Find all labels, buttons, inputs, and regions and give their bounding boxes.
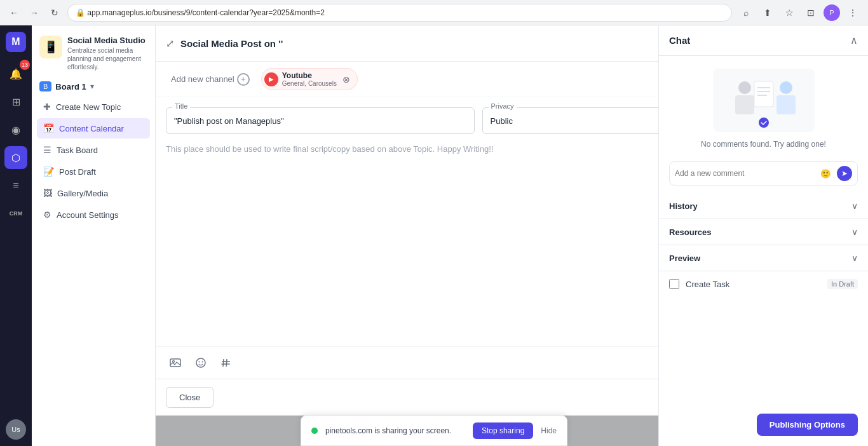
svg-rect-14 (754, 81, 773, 107)
search-browser-button[interactable]: ⌕ (737, 4, 755, 22)
app-logo[interactable]: M (6, 32, 26, 52)
preview-section: Preview ∨ (659, 245, 868, 271)
publishing-options-button[interactable]: Publishing Options (757, 414, 858, 436)
comment-input-row: 🙂 ➤ (669, 161, 858, 186)
create-task-label: Create Task (686, 280, 821, 289)
create-task-checkbox[interactable] (669, 279, 679, 289)
nav-item-content[interactable]: ⬡ (4, 146, 27, 169)
create-task-row: Create Task In Draft (659, 271, 868, 297)
sidebar-item-label: Task Board (57, 145, 98, 155)
youtube-icon: ▶ (264, 72, 278, 86)
board-selector[interactable]: B Board 1 ▾ (32, 79, 155, 97)
resources-header[interactable]: Resources ∨ (659, 219, 868, 245)
right-panel-header: Chat ∧ (659, 25, 868, 56)
star-button[interactable]: ☆ (780, 4, 798, 22)
channel-name: Youtube (282, 71, 337, 80)
no-comments-area: No comments found. Try adding one! (659, 56, 868, 161)
title-label: Title (172, 102, 190, 110)
comment-send-button[interactable]: ➤ (837, 166, 852, 181)
sidebar-item-account-settings[interactable]: ⚙ Account Settings (37, 205, 150, 225)
back-button[interactable]: ← (6, 5, 22, 20)
hashtag-icon (220, 357, 232, 368)
nav-item-tasks[interactable]: ≡ (4, 174, 27, 197)
browser-icons: ⌕ ⬆ ☆ ⊡ P ⋮ (737, 4, 862, 22)
preview-title: Preview (669, 253, 700, 263)
history-chevron-icon: ∨ (851, 201, 858, 211)
nav-item-dashboard[interactable]: ⊞ (4, 90, 27, 113)
share-text: pinetools.com is sharing your screen. (325, 426, 465, 435)
sidebar-item-label: Content Calendar (59, 124, 124, 133)
nav-user-avatar[interactable]: Us (6, 419, 26, 440)
resources-title: Resources (669, 227, 711, 237)
channel-remove-button[interactable]: ⊗ (341, 74, 352, 85)
icon-nav: M 🔔 13 ⊞ ◉ ⬡ ≡ CRM Us (0, 25, 32, 446)
menu-button[interactable]: ⋮ (844, 4, 862, 22)
nav-item-analytics[interactable]: ◉ (4, 118, 27, 141)
in-draft-badge: In Draft (827, 279, 858, 289)
browser-chrome: ← → ↻ 🔒 app.manageplus.io/business/9/con… (0, 0, 868, 25)
comment-input[interactable] (675, 169, 814, 178)
title-group: Title (166, 107, 475, 134)
board-badge: B (39, 81, 51, 91)
chat-title: Chat (669, 35, 690, 46)
board-name: Board 1 (55, 82, 86, 91)
title-input[interactable] (166, 107, 475, 134)
share-active-dot (311, 428, 318, 434)
nav-bottom: Us (6, 419, 26, 440)
svg-point-18 (759, 118, 769, 128)
svg-rect-13 (776, 95, 796, 114)
nav-item-crm[interactable]: CRM (4, 202, 27, 225)
hashtag-button[interactable] (217, 353, 236, 372)
notification-bell[interactable]: 🔔 13 (4, 62, 27, 85)
history-title: History (669, 201, 698, 211)
history-header[interactable]: History ∨ (659, 193, 868, 219)
resources-section: Resources ∨ (659, 219, 868, 245)
browser-profile-avatar[interactable]: P (824, 4, 840, 21)
right-panel: Chat ∧ (658, 25, 868, 446)
collapse-icon[interactable]: ∧ (850, 34, 858, 46)
share-browser-button[interactable]: ⬆ (759, 4, 776, 22)
svg-point-2 (196, 358, 205, 367)
preview-header[interactable]: Preview ∨ (659, 245, 868, 271)
content-calendar-icon: 📅 (43, 123, 54, 133)
sidebar-item-create-topic[interactable]: ✚ Create New Topic (37, 97, 150, 117)
sidebar-item-content-calendar[interactable]: 📅 Content Calendar (37, 118, 150, 139)
address-bar[interactable]: 🔒 app.manageplus.io/business/9/content-c… (67, 4, 732, 22)
post-draft-icon: 📝 (43, 166, 54, 177)
screen-share-banner: pinetools.com is sharing your screen. St… (301, 416, 567, 446)
sidebar-item-post-draft[interactable]: 📝 Post Draft (37, 161, 150, 182)
channel-type: General, Carousels (282, 80, 337, 87)
forward-button[interactable]: → (27, 5, 42, 20)
app-container: M 🔔 13 ⊞ ◉ ⬡ ≡ CRM Us 📱 Social Media Stu… (0, 25, 868, 446)
add-channel-icon: + (237, 73, 250, 86)
board-chevron-icon: ▾ (90, 82, 94, 91)
emoji-button[interactable] (191, 353, 210, 372)
sidebar-item-label: Post Draft (59, 167, 96, 177)
svg-line-5 (223, 359, 224, 367)
add-channel-button[interactable]: Add new channel + (166, 71, 255, 88)
image-upload-button[interactable] (166, 353, 185, 372)
refresh-button[interactable]: ↻ (47, 5, 62, 20)
comment-emoji-button[interactable]: 🙂 (818, 166, 833, 181)
preview-chevron-icon: ∨ (851, 253, 858, 263)
svg-point-10 (738, 81, 751, 94)
main-content: Content Calendar Topic Type: All Types ‹… (156, 25, 868, 446)
svg-line-6 (226, 359, 227, 367)
svg-point-4 (202, 362, 203, 363)
channel-tag: ▶ Youtube General, Carousels ⊗ (261, 68, 358, 90)
sidebar-item-gallery[interactable]: 🖼 Gallery/Media (37, 183, 150, 203)
close-button[interactable]: Close (166, 387, 214, 408)
sidebar-item-label: Gallery/Media (57, 189, 108, 198)
task-board-icon: ☰ (43, 145, 51, 155)
sidebar: 📱 Social Media Studio Centralize social … (32, 25, 156, 446)
sidebar-item-task-board[interactable]: ☰ Task Board (37, 140, 150, 160)
svg-point-12 (780, 81, 792, 94)
lock-icon: 🔒 (76, 8, 85, 17)
modal-overlay: ⤢ Social Media Post on '' × Add new chan… (156, 25, 868, 446)
hide-button[interactable]: Hide (541, 426, 557, 435)
expand-icon: ⤢ (166, 37, 174, 50)
extension-button[interactable]: ⊡ (802, 4, 820, 22)
stop-sharing-button[interactable]: Stop sharing (473, 422, 533, 439)
sidebar-item-label: Create New Topic (56, 102, 121, 112)
brand-name: Social Media Studio (67, 36, 147, 45)
